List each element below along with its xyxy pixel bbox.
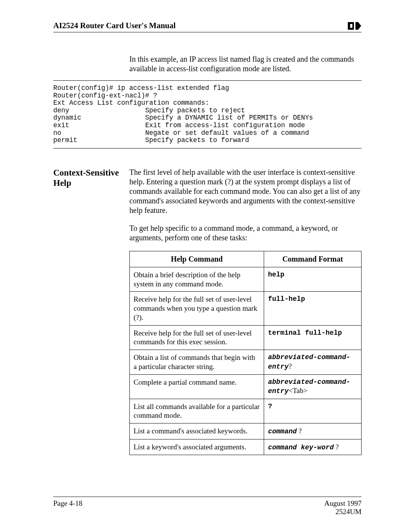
footer-right: August 1997 2524UM	[324, 499, 362, 516]
page: AI2524 Router Card User's Manual In this…	[0, 0, 411, 532]
section: Context-Sensitive Help The first level o…	[53, 168, 362, 455]
table-row: Receive help for the full set of user-le…	[130, 325, 362, 350]
brand-logo-icon	[348, 21, 362, 30]
help-command-cell: List all commands available for a partic…	[130, 399, 264, 423]
table-row: Receive help for the full set of user-le…	[130, 292, 362, 325]
command-format-cell: full-help	[264, 292, 362, 325]
section-paragraph: To get help specific to a command mode, …	[129, 224, 362, 243]
command-format-cell: command ?	[264, 423, 362, 439]
command-format-cell: abbreviated-command-entry?	[264, 350, 362, 375]
command-format-cell: ?	[264, 399, 362, 423]
help-command-cell: Obtain a list of commands that begin wit…	[130, 350, 264, 375]
command-format-cell: command key-word ?	[264, 439, 362, 455]
table-header-row: Help Command Command Format	[130, 251, 362, 267]
divider	[53, 148, 362, 149]
table-row: Obtain a brief description of the help s…	[130, 267, 362, 292]
footer-docid: 2524UM	[324, 508, 362, 516]
help-command-cell: Complete a partial command name.	[130, 374, 264, 399]
command-format-cell: terminal full-help	[264, 325, 362, 350]
table-row: Complete a partial command name.abbrevia…	[130, 374, 362, 399]
table-row: Obtain a list of commands that begin wit…	[130, 350, 362, 375]
svg-rect-1	[350, 24, 352, 28]
help-command-cell: List a keyword's associated arguments.	[130, 439, 264, 455]
table-row: List all commands available for a partic…	[130, 399, 362, 423]
intro-paragraph: In this example, an IP access list named…	[129, 54, 362, 73]
section-heading: Context-Sensitive Help	[53, 168, 129, 189]
table-row: List a command's associated keywords.com…	[130, 423, 362, 439]
section-paragraph: The first level of help available with t…	[129, 168, 362, 215]
table-header: Command Format	[264, 251, 362, 267]
command-format-cell: help	[264, 267, 362, 292]
page-number: Page 4-18	[53, 499, 83, 516]
divider	[53, 80, 362, 81]
page-footer: Page 4-18 August 1997 2524UM	[53, 497, 362, 516]
help-command-cell: Obtain a brief description of the help s…	[130, 267, 264, 292]
page-header: AI2524 Router Card User's Manual	[53, 21, 362, 32]
table-row: List a keyword's associated arguments.co…	[130, 439, 362, 455]
command-format-cell: abbreviated-command-entry<Tab>	[264, 374, 362, 399]
code-sample: Router(config)# ip access-list extended …	[53, 85, 362, 144]
help-command-cell: Receive help for the full set of user-le…	[130, 325, 264, 350]
help-command-cell: Receive help for the full set of user-le…	[130, 292, 264, 325]
section-body: The first level of help available with t…	[129, 168, 362, 455]
help-table: Help Command Command Format Obtain a bri…	[129, 251, 362, 455]
table-header: Help Command	[130, 251, 264, 267]
help-command-cell: List a command's associated keywords.	[130, 423, 264, 439]
footer-date: August 1997	[324, 499, 362, 508]
manual-title: AI2524 Router Card User's Manual	[53, 21, 176, 30]
